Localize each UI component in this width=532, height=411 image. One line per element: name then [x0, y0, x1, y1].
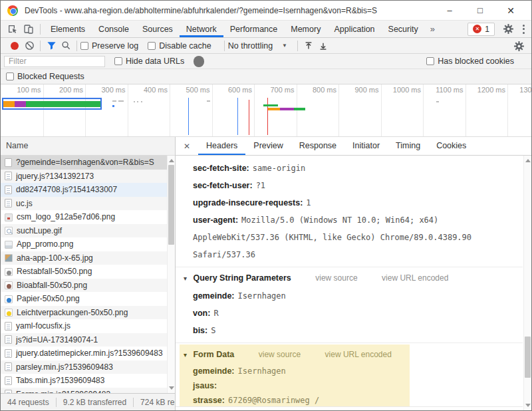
devtools-tab[interactable]: Memory [284, 21, 327, 37]
has-blocked-cookies-checkbox[interactable]: Has blocked cookies [426, 57, 522, 66]
scrollbar-thumb[interactable] [168, 165, 174, 245]
search-icon[interactable] [59, 39, 73, 53]
waterfall-bar-green [26, 101, 100, 107]
checkbox[interactable] [148, 42, 156, 50]
close-button[interactable]: ✕ [495, 5, 526, 16]
scroll-up-icon[interactable] [525, 159, 531, 162]
device-toolbar-icon[interactable] [21, 21, 37, 37]
request-row[interactable]: Papier-50x50.png [1, 292, 175, 306]
resource-type-filter[interactable] [194, 56, 204, 67]
request-row[interactable]: Bioabfall-50x50.png [1, 279, 175, 293]
detail-tab[interactable]: Headers [198, 137, 245, 155]
request-row[interactable]: Tabs.min.js?1539609483 [1, 374, 175, 388]
request-row[interactable]: App_promo.png [1, 237, 175, 251]
file-type-icon [5, 349, 12, 358]
name-column-header[interactable]: Name [1, 137, 175, 156]
requests-scrollbar[interactable] [167, 156, 175, 393]
request-row[interactable]: jquery.js?1341392173 [1, 170, 175, 184]
export-har-icon[interactable] [316, 39, 331, 53]
request-row[interactable]: aha-app-100-x-65.jpg [1, 251, 175, 265]
more-tabs-chevron-icon[interactable]: » [425, 21, 440, 37]
clear-network-log-icon[interactable] [22, 39, 37, 53]
resources-size: 724 kB resou [133, 398, 176, 407]
kebab-menu-icon[interactable] [522, 24, 525, 35]
form-data-header[interactable]: Form Data view source view URL encoded [180, 345, 410, 364]
disable-cache-checkbox[interactable]: Disable cache [148, 41, 211, 51]
filter-funnel-icon[interactable] [44, 39, 59, 53]
scroll-down-icon[interactable] [525, 404, 531, 407]
devtools-tab[interactable]: Network [180, 21, 223, 37]
import-har-icon[interactable] [301, 39, 316, 53]
settings-gear-icon[interactable] [503, 23, 514, 35]
detail-tab[interactable]: Cookies [428, 137, 474, 155]
request-name: jquery.js?1341392173 [16, 172, 94, 181]
request-row[interactable]: Leichtverpackungen-50x50.png [1, 306, 175, 320]
request-row[interactable]: uc.js [1, 197, 175, 211]
detail-tab[interactable]: Preview [245, 137, 291, 155]
devtools-tab[interactable]: Application [327, 21, 381, 37]
minimize-button[interactable]: – [434, 5, 465, 15]
scrollbar-thumb[interactable] [525, 337, 531, 378]
request-row[interactable]: yaml-focusfix.js [1, 319, 175, 333]
checkbox[interactable] [426, 57, 434, 65]
request-row[interactable]: js?id=UA-173149074-1 [1, 333, 175, 347]
request-row[interactable]: parsley.min.js?1539609483 [1, 360, 175, 374]
view-url-encoded-link[interactable]: view URL encoded [325, 350, 392, 359]
inspect-element-icon[interactable] [5, 21, 21, 37]
maximize-button[interactable]: □ [465, 5, 495, 15]
network-settings-gear-icon[interactable] [511, 39, 526, 53]
chevron-down-icon: ▼ [282, 43, 287, 49]
request-row[interactable]: ?gemeinde=Isernhagen&von=R&bis=S [1, 156, 175, 170]
network-overview-timeline[interactable]: 100 ms 200 ms 300 ms 400 ms 500 ms 600 m… [1, 84, 531, 137]
detail-tab[interactable]: Timing [388, 137, 428, 155]
devtools-tab[interactable]: Performance [223, 21, 285, 37]
request-name: suchLupe.gif [17, 226, 62, 235]
query-params-header[interactable]: Query String Parameters view source view… [176, 269, 523, 287]
error-count-badge[interactable]: 1 [467, 23, 495, 36]
detail-scrollbar[interactable] [523, 156, 531, 410]
request-name: uc.js [16, 199, 33, 208]
scroll-up-icon[interactable] [169, 159, 174, 162]
blocked-requests-checkbox[interactable]: Blocked Requests [6, 72, 84, 81]
devtools-tab[interactable]: Sources [136, 21, 180, 37]
devtools-tab[interactable]: Elements [44, 21, 92, 37]
request-name: dd82474708.js?1541433007 [16, 185, 117, 194]
devtools-tab[interactable]: Security [382, 21, 425, 37]
timeline-label: 1100 ms [436, 86, 463, 94]
request-row[interactable]: Restabfall-50x50.png [1, 265, 175, 279]
divider [224, 41, 225, 51]
scroll-down-icon[interactable] [169, 386, 174, 390]
view-source-link[interactable]: view source [259, 350, 301, 359]
checkbox[interactable] [114, 57, 122, 65]
detail-tab[interactable]: Response [291, 137, 344, 155]
checkbox[interactable] [80, 42, 88, 50]
devtools-tab[interactable]: Console [92, 21, 136, 37]
network-filter-row: Hide data URLs Has blocked cookies [1, 54, 531, 69]
request-name: Papier-50x50.png [17, 294, 80, 303]
view-source-link[interactable]: view source [315, 273, 357, 283]
file-type-icon [5, 295, 13, 303]
detail-tabbar: HeadersPreviewResponseInitiatorTimingCoo… [176, 137, 531, 156]
request-row[interactable]: csm_logo_912a5e7d06.png [1, 210, 175, 224]
request-row[interactable]: jquery.datetimepicker.min.js?1539609483 [1, 346, 175, 360]
divider [40, 41, 41, 51]
checkbox[interactable] [6, 72, 14, 80]
preserve-log-checkbox[interactable]: Preserve log [80, 41, 138, 51]
detail-tab[interactable]: Initiator [344, 137, 388, 155]
network-summary-bar: 44 requests 9.2 kB transferred 724 kB re… [1, 393, 176, 410]
header-line: upgrade-insecure-requests1 [176, 194, 523, 211]
waterfall-dash [436, 101, 439, 102]
hide-data-urls-checkbox[interactable]: Hide data URLs [114, 57, 184, 66]
filter-input[interactable] [4, 56, 105, 67]
query-param-line: vonR [176, 305, 523, 322]
request-row[interactable]: dd82474708.js?1541433007 [1, 183, 175, 197]
close-detail-icon[interactable] [184, 137, 190, 155]
file-type-icon [5, 158, 12, 167]
request-row[interactable]: suchLupe.gif [1, 224, 175, 238]
throttling-select[interactable]: No throttling ▼ [228, 41, 287, 51]
request-row[interactable]: Forms.min.js?1539609483 [1, 388, 175, 394]
record-network-log-button[interactable] [7, 39, 22, 53]
timeline-gridline: 400 ms [170, 84, 170, 136]
view-url-encoded-link[interactable]: view URL encoded [382, 273, 448, 283]
divider [40, 24, 41, 35]
